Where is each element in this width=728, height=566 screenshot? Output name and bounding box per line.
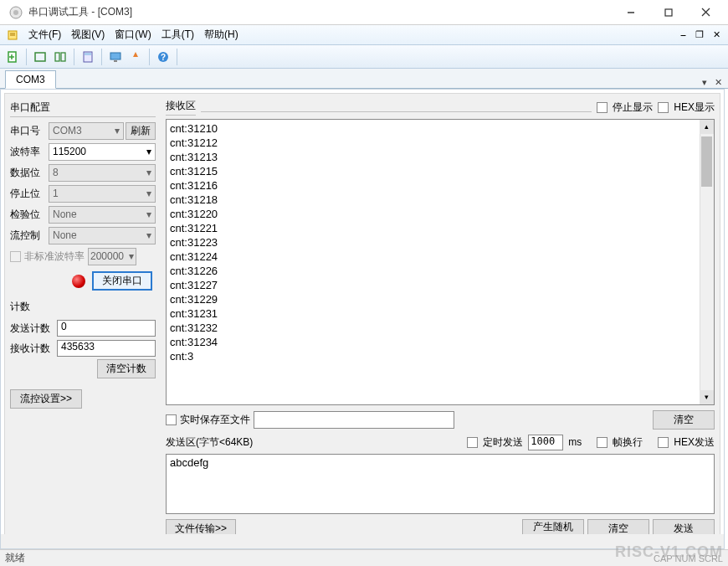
- tool-new-icon[interactable]: [3, 48, 22, 66]
- maximize-button[interactable]: [649, 1, 687, 24]
- tab-dropdown-icon[interactable]: ▾: [698, 77, 711, 88]
- tool-layout2-icon[interactable]: [51, 48, 69, 66]
- menu-help[interactable]: 帮助(H): [199, 26, 244, 44]
- send-count-value[interactable]: 0: [57, 320, 156, 337]
- recv-clear-button[interactable]: 清空: [653, 410, 715, 430]
- tool-help-icon[interactable]: ?: [154, 48, 172, 66]
- config-title: 串口配置: [10, 99, 156, 117]
- baud-select[interactable]: 115200▾: [49, 143, 156, 161]
- nonstd-label: 非标准波特率: [24, 250, 85, 264]
- count-title: 计数: [10, 298, 156, 316]
- window-title: 串口调试工具 - [COM3]: [28, 5, 612, 19]
- tool-calc-icon[interactable]: [79, 48, 97, 66]
- flow-select[interactable]: None▾: [49, 227, 156, 244]
- hex-display-checkbox[interactable]: [658, 102, 669, 113]
- parity-label: 检验位: [10, 208, 49, 222]
- svg-rect-16: [85, 53, 91, 55]
- send-count-label: 发送计数: [10, 322, 57, 336]
- scroll-thumb[interactable]: [701, 136, 712, 187]
- stopbits-select[interactable]: 1▾: [49, 185, 156, 203]
- hex-send-checkbox[interactable]: [658, 437, 669, 448]
- menu-window[interactable]: 窗口(W): [110, 26, 156, 44]
- nonstd-checkbox[interactable]: [10, 251, 21, 262]
- refresh-button[interactable]: 刷新: [126, 122, 156, 140]
- svg-point-1: [13, 10, 18, 15]
- minimize-button[interactable]: [612, 1, 649, 24]
- baud-label: 波特率: [10, 145, 49, 159]
- send-title: 发送区(字节<64KB): [166, 435, 253, 450]
- menu-icon: [7, 28, 20, 42]
- timed-send-label: 定时发送: [483, 435, 523, 450]
- svg-rect-18: [114, 60, 117, 62]
- watermark: RISC-V1.COM: [615, 543, 723, 561]
- stop-display-label: 停止显示: [613, 100, 653, 115]
- databits-select[interactable]: 8▾: [49, 164, 156, 182]
- receive-textarea[interactable]: cnt:31210 cnt:31212 cnt:31213 cnt:31215 …: [166, 119, 715, 405]
- left-panel: 串口配置 串口号 COM3▾ 刷新 波特率 115200▾ 数据位 8▾ 停止位…: [5, 94, 161, 544]
- svg-rect-3: [665, 9, 672, 16]
- menu-view[interactable]: 视图(V): [66, 26, 110, 44]
- wrap-label: 帧换行: [613, 435, 643, 450]
- status-ready: 就绪: [5, 551, 25, 565]
- tabstrip: COM3 ▾ ✕: [0, 69, 728, 89]
- recv-count-value[interactable]: 435633: [57, 340, 156, 357]
- svg-rect-13: [55, 53, 59, 61]
- nonstd-value[interactable]: 200000▾: [88, 248, 136, 265]
- wrap-checkbox[interactable]: [597, 437, 608, 448]
- titlebar: 串口调试工具 - [COM3]: [0, 0, 728, 25]
- tool-pin-icon[interactable]: [126, 48, 145, 66]
- save-filename-input[interactable]: [254, 411, 454, 429]
- tool-monitor-icon[interactable]: [106, 48, 125, 66]
- menu-tool[interactable]: 工具(T): [156, 26, 199, 44]
- workarea: 串口配置 串口号 COM3▾ 刷新 波特率 115200▾ 数据位 8▾ 停止位…: [0, 89, 725, 549]
- scroll-up-icon[interactable]: ▴: [700, 120, 714, 134]
- save-file-label: 实时保存至文件: [180, 413, 250, 427]
- tool-layout1-icon[interactable]: [31, 48, 49, 66]
- timed-send-checkbox[interactable]: [467, 437, 478, 448]
- tab-com3[interactable]: COM3: [5, 70, 56, 89]
- right-panel: 接收区 停止显示 HEX显示 cnt:31210 cnt:31212 cnt:3…: [161, 94, 720, 544]
- stop-display-checkbox[interactable]: [597, 102, 608, 113]
- status-led-icon: [72, 275, 85, 288]
- mdi-restore-icon[interactable]: ❐: [693, 28, 706, 42]
- send-textarea[interactable]: abcdefg: [166, 454, 715, 514]
- save-file-checkbox[interactable]: [166, 414, 177, 425]
- recv-scrollbar[interactable]: ▴ ▾: [700, 120, 714, 404]
- clear-count-button[interactable]: 清空计数: [97, 359, 156, 378]
- mdi-close-icon[interactable]: ✕: [710, 28, 723, 42]
- parity-select[interactable]: None▾: [49, 206, 156, 224]
- menubar: 文件(F) 视图(V) 窗口(W) 工具(T) 帮助(H) ‒ ❐ ✕: [0, 25, 728, 45]
- port-label: 串口号: [10, 124, 49, 138]
- flow-label: 流控制: [10, 229, 49, 243]
- hex-display-label: HEX显示: [674, 100, 715, 115]
- tab-close-icon[interactable]: ✕: [711, 77, 725, 88]
- interval-input[interactable]: 1000: [528, 435, 563, 450]
- svg-rect-17: [110, 53, 120, 59]
- svg-rect-14: [61, 53, 65, 61]
- databits-label: 数据位: [10, 166, 49, 180]
- close-port-button[interactable]: 关闭串口: [92, 271, 152, 291]
- svg-text:?: ?: [161, 53, 166, 62]
- mdi-minimize-icon[interactable]: ‒: [676, 28, 690, 42]
- port-select[interactable]: COM3▾: [49, 122, 124, 140]
- tab-label: COM3: [16, 74, 45, 85]
- flow-settings-button[interactable]: 流控设置>>: [10, 389, 82, 409]
- recv-title: 接收区: [166, 99, 196, 116]
- menu-file[interactable]: 文件(F): [23, 26, 66, 44]
- stopbits-label: 停止位: [10, 187, 49, 201]
- scroll-down-icon[interactable]: ▾: [700, 390, 714, 404]
- app-icon: [8, 5, 23, 20]
- recv-count-label: 接收计数: [10, 342, 57, 356]
- svg-rect-12: [35, 53, 45, 61]
- close-button[interactable]: [687, 1, 725, 24]
- client-panel: 串口配置 串口号 COM3▾ 刷新 波特率 115200▾ 数据位 8▾ 停止位…: [4, 93, 720, 545]
- toolbar: ?: [0, 45, 728, 69]
- ms-label: ms: [568, 436, 582, 448]
- hex-send-label: HEX发送: [674, 435, 715, 450]
